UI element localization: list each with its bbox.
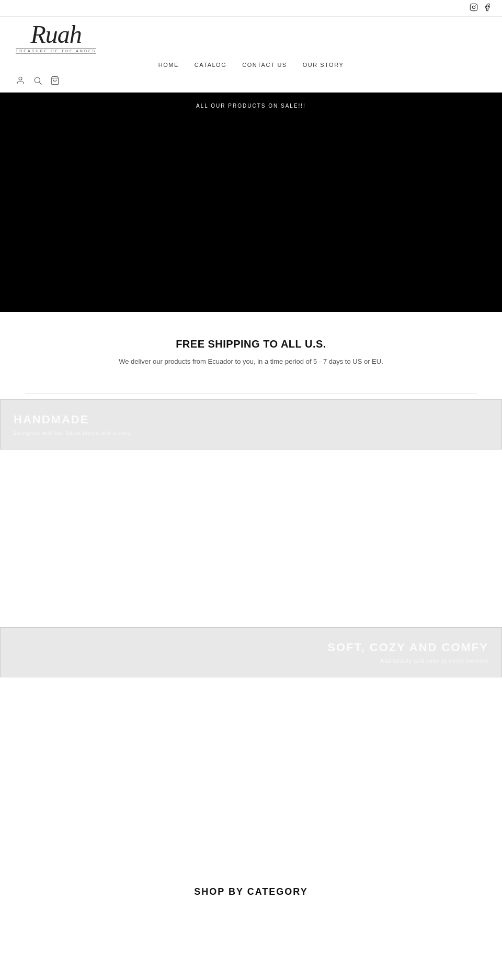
shipping-section: FREE SHIPPING TO ALL U.S. We deliver our… [0,312,502,388]
divider-1 [25,394,477,394]
feature2-description: Add beauty and color to every moment [14,658,488,664]
hero-banner: ALL OUR PRODUCTS ON SALE!!! [0,93,502,312]
account-icon[interactable] [16,76,25,87]
svg-point-4 [35,77,40,83]
feature1-description: Designed with the latest styles and tren… [14,430,488,436]
hero-sale-text: ALL OUR PRODUCTS ON SALE!!! [196,103,306,109]
logo-area: Ruah TREASURE OF THE ANDES [10,22,492,54]
shop-category-section: SHOP BY CATEGORY [0,855,502,913]
svg-rect-0 [470,4,477,10]
logo-subtitle: TREASURE OF THE ANDES [16,48,96,54]
shipping-title: FREE SHIPPING TO ALL U.S. [10,338,492,350]
shop-category-title: SHOP BY CATEGORY [10,886,492,897]
main-nav: HOME CATALOG CONTACT US OUR STORY [10,54,492,73]
instagram-icon[interactable] [470,3,478,13]
shipping-description: We deliver our products from Ecuador to … [10,356,492,367]
header: Ruah TREASURE OF THE ANDES HOME CATALOG … [0,17,502,93]
feature-block-soft: SOFT, COZY AND COMFY Add beauty and colo… [0,627,502,677]
feature2-title: SOFT, COZY AND COMFY [14,641,488,654]
cart-icon[interactable] [50,76,60,87]
search-icon[interactable] [33,76,42,87]
utility-icons [10,73,492,93]
top-bar [0,0,502,17]
social-icons [470,3,492,13]
logo-text: Ruah [16,22,96,47]
facebook-icon[interactable] [483,3,492,13]
svg-line-5 [39,82,41,84]
image-placeholder-1 [0,449,502,627]
nav-catalog[interactable]: CATALOG [195,62,226,68]
feature-block-handmade: HANDMADE Designed with the latest styles… [0,399,502,449]
nav-contact[interactable]: CONTACT US [242,62,287,68]
svg-point-3 [19,77,22,80]
nav-home[interactable]: HOME [158,62,179,68]
logo-wrapper[interactable]: Ruah TREASURE OF THE ANDES [16,22,96,54]
feature1-title: HANDMADE [14,413,488,426]
svg-point-2 [475,5,476,6]
svg-point-1 [472,6,475,8]
image-placeholder-2 [0,677,502,855]
bottom-spacer [0,913,502,965]
nav-our-story[interactable]: OUR STORY [303,62,344,68]
